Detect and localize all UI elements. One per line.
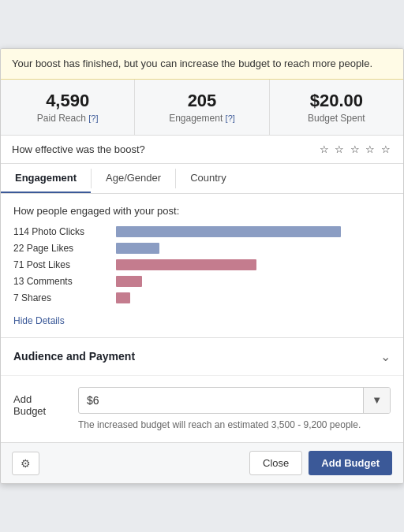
engagement-help[interactable]: [?] bbox=[226, 113, 235, 123]
bar-row-page-likes: 22 Page Likes bbox=[13, 243, 391, 254]
add-budget-label: AddBudget bbox=[13, 387, 69, 417]
paid-reach-help[interactable]: [?] bbox=[88, 113, 98, 123]
bar-label-photo-clicks: 114 Photo Clicks bbox=[13, 226, 116, 237]
bar-row-comments: 13 Comments bbox=[13, 276, 391, 287]
budget-spent-number: $20.00 bbox=[276, 91, 397, 111]
boost-modal: Your boost has finished, but you can inc… bbox=[0, 48, 404, 485]
tab-age-gender[interactable]: Age/Gender bbox=[92, 164, 175, 193]
budget-select-value: $6 bbox=[79, 388, 363, 413]
boost-banner: Your boost has finished, but you can inc… bbox=[1, 49, 403, 80]
engagement-section: How people engaged with your post: 114 P… bbox=[1, 194, 403, 337]
banner-text: Your boost has finished, but you can inc… bbox=[12, 58, 372, 69]
paid-reach-cell: 4,590 Paid Reach [?] bbox=[1, 80, 135, 135]
bar-track-comments bbox=[116, 276, 391, 287]
paid-reach-number: 4,590 bbox=[7, 91, 128, 111]
rating-row: How effective was the boost? ☆ ☆ ☆ ☆ ☆ bbox=[1, 136, 403, 164]
tab-engagement[interactable]: Engagement bbox=[1, 164, 91, 193]
add-budget-button[interactable]: Add Budget bbox=[309, 451, 392, 475]
bar-label-comments: 13 Comments bbox=[13, 276, 116, 287]
settings-button[interactable]: ⚙ bbox=[12, 452, 39, 475]
engagement-section-title: How people engaged with your post: bbox=[13, 205, 391, 217]
hide-details-link[interactable]: Hide Details bbox=[13, 315, 65, 326]
budget-select-wrapper[interactable]: $6 ▼ bbox=[78, 387, 391, 414]
bar-fill-photo-clicks bbox=[116, 226, 341, 237]
chevron-down-icon: ⌄ bbox=[380, 349, 391, 364]
engagement-cell: 205 Engagement [?] bbox=[135, 80, 269, 135]
bar-fill-shares bbox=[116, 292, 130, 303]
bar-track-shares bbox=[116, 292, 391, 303]
footer-left: ⚙ bbox=[12, 452, 39, 475]
bar-row-shares: 7 Shares bbox=[13, 292, 391, 303]
bar-label-post-likes: 71 Post Likes bbox=[13, 259, 116, 270]
audience-title: Audience and Payment bbox=[13, 350, 135, 363]
rating-stars[interactable]: ☆ ☆ ☆ ☆ ☆ bbox=[320, 143, 392, 155]
bar-track-post-likes bbox=[116, 259, 391, 270]
rating-question: How effective was the boost? bbox=[12, 143, 145, 155]
budget-dropdown-arrow[interactable]: ▼ bbox=[363, 388, 390, 413]
bar-label-page-likes: 22 Page Likes bbox=[13, 243, 116, 254]
budget-section: AddBudget $6 ▼ The increased budget will… bbox=[1, 375, 403, 443]
bar-label-shares: 7 Shares bbox=[13, 292, 116, 303]
footer-right: Close Add Budget bbox=[249, 451, 392, 475]
close-button[interactable]: Close bbox=[249, 451, 302, 475]
budget-spent-label: Budget Spent bbox=[276, 113, 397, 124]
audience-payment-section[interactable]: Audience and Payment ⌄ bbox=[1, 337, 403, 375]
bar-track-page-likes bbox=[116, 243, 391, 254]
bar-track-photo-clicks bbox=[116, 226, 391, 237]
stats-row: 4,590 Paid Reach [?] 205 Engagement [?] … bbox=[1, 80, 403, 136]
modal-footer: ⚙ Close Add Budget bbox=[1, 442, 403, 483]
engagement-label: Engagement [?] bbox=[141, 113, 262, 124]
tabs-bar: Engagement Age/Gender Country bbox=[1, 164, 403, 194]
tab-country[interactable]: Country bbox=[176, 164, 241, 193]
budget-input-col: $6 ▼ The increased budget will reach an … bbox=[78, 387, 391, 432]
gear-icon: ⚙ bbox=[21, 457, 31, 470]
budget-hint: The increased budget will reach an estim… bbox=[78, 419, 391, 432]
budget-row: AddBudget $6 ▼ The increased budget will… bbox=[13, 387, 391, 432]
budget-spent-cell: $20.00 Budget Spent bbox=[270, 80, 403, 135]
engagement-number: 205 bbox=[141, 91, 262, 111]
paid-reach-label: Paid Reach [?] bbox=[7, 113, 128, 124]
bar-fill-post-likes bbox=[116, 259, 256, 270]
bar-row-photo-clicks: 114 Photo Clicks bbox=[13, 226, 391, 237]
bar-fill-page-likes bbox=[116, 243, 159, 254]
bar-row-post-likes: 71 Post Likes bbox=[13, 259, 391, 270]
bar-fill-comments bbox=[116, 276, 142, 287]
